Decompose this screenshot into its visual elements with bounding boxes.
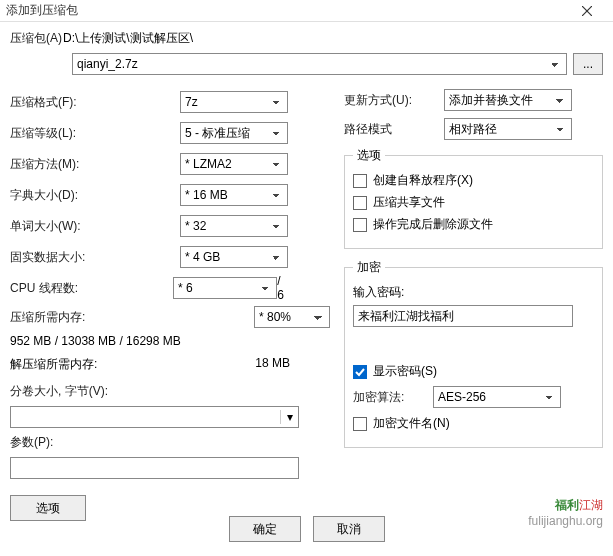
pathmode-select[interactable]: 相对路径 — [444, 118, 572, 140]
encrypt-names-checkbox[interactable]: 加密文件名(N) — [353, 415, 594, 432]
options-legend: 选项 — [353, 147, 385, 164]
compmem-percent-select[interactable]: * 80% — [254, 306, 330, 328]
solid-label: 固实数据大小: — [10, 249, 180, 266]
ok-button[interactable]: 确定 — [229, 516, 301, 542]
password-label: 输入密码: — [353, 284, 594, 301]
volume-input[interactable] — [11, 407, 280, 427]
volume-label: 分卷大小, 字节(V): — [10, 383, 140, 400]
decompmem-label: 解压缩所需内存: — [10, 356, 97, 373]
delete-after-checkbox[interactable]: 操作完成后删除源文件 — [353, 216, 594, 233]
chevron-down-icon[interactable]: ▾ — [280, 410, 298, 424]
cpu-select[interactable]: * 6 — [173, 277, 277, 299]
password-input[interactable] — [353, 305, 573, 327]
update-select[interactable]: 添加并替换文件 — [444, 89, 572, 111]
cancel-button[interactable]: 取消 — [313, 516, 385, 542]
sfx-checkbox[interactable]: 创建自释放程序(X) — [353, 172, 594, 189]
enc-method-select[interactable]: AES-256 — [433, 386, 561, 408]
level-label: 压缩等级(L): — [10, 125, 180, 142]
options-fieldset: 选项 创建自释放程序(X) 压缩共享文件 操作完成后删除源文件 — [344, 147, 603, 249]
method-label: 压缩方法(M): — [10, 156, 180, 173]
param-input[interactable] — [10, 457, 299, 479]
encryption-fieldset: 加密 输入密码: 显示密码(S) 加密算法:AES-256 加密文件名(N) — [344, 259, 603, 448]
window-title: 添加到压缩包 — [6, 2, 78, 19]
level-select[interactable]: 5 - 标准压缩 — [180, 122, 288, 144]
browse-button[interactable]: ... — [573, 53, 603, 75]
archive-label: 压缩包(A) — [10, 30, 62, 47]
param-label: 参数(P): — [10, 434, 53, 451]
dict-select[interactable]: * 16 MB — [180, 184, 288, 206]
cpu-label: CPU 线程数: — [10, 280, 173, 297]
update-label: 更新方式(U): — [344, 92, 444, 109]
dict-label: 字典大小(D): — [10, 187, 180, 204]
enc-method-label: 加密算法: — [353, 389, 433, 406]
format-select[interactable]: 7z — [180, 91, 288, 113]
archive-path: D:\上传测试\测试解压区\ — [63, 30, 603, 47]
word-select[interactable]: * 32 — [180, 215, 288, 237]
cpu-max: / 6 — [277, 274, 290, 302]
format-label: 压缩格式(F): — [10, 94, 180, 111]
word-label: 单词大小(W): — [10, 218, 180, 235]
shared-checkbox[interactable]: 压缩共享文件 — [353, 194, 594, 211]
compmem-label: 压缩所需内存: — [10, 309, 85, 326]
method-select[interactable]: * LZMA2 — [180, 153, 288, 175]
solid-select[interactable]: * 4 GB — [180, 246, 288, 268]
compmem-detail: 952 MB / 13038 MB / 16298 MB — [10, 334, 330, 348]
pathmode-label: 路径模式 — [344, 121, 444, 138]
encryption-legend: 加密 — [353, 259, 385, 276]
show-password-checkbox[interactable]: 显示密码(S) — [353, 363, 594, 380]
decompmem-value: 18 MB — [255, 356, 290, 373]
volume-select[interactable]: ▾ — [10, 406, 299, 428]
close-button[interactable] — [567, 0, 607, 22]
archive-name-select[interactable]: qianyi_2.7z — [72, 53, 567, 75]
